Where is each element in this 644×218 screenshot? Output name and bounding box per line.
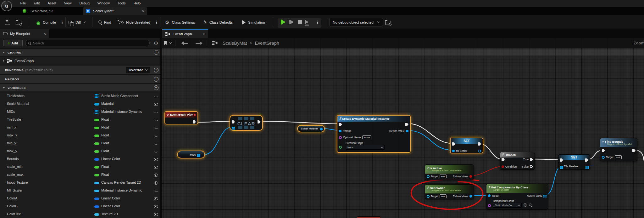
- delegate-pin[interactable]: [194, 114, 196, 116]
- add-graph-icon[interactable]: +: [154, 50, 158, 55]
- variable-row-scalermaterial[interactable]: ScalerMaterialMaterial: [0, 100, 161, 108]
- forward-arrow-icon[interactable]: [196, 43, 200, 44]
- target-pin[interactable]: Targetself: [427, 194, 447, 198]
- target-pin[interactable]: Targetself: [427, 175, 447, 178]
- return-value-pin[interactable]: Return Value: [453, 175, 472, 178]
- node-branch[interactable]: Branch True Condition False: [500, 152, 535, 170]
- eye-closed-icon[interactable]: [154, 151, 158, 152]
- component-class-dropdown[interactable]: Static Mesh Cor: [493, 203, 522, 208]
- output-pin[interactable]: [478, 149, 481, 153]
- eye-open-icon[interactable]: [154, 181, 158, 185]
- unreal-logo[interactable]: u: [1, 1, 12, 11]
- event-graph-editor[interactable]: EventGraph ✕ ScaleByMat > EventGraph: [161, 29, 644, 218]
- eye-closed-icon[interactable]: [154, 95, 158, 97]
- stop-button[interactable]: [298, 20, 302, 24]
- node-set-tile-meshes[interactable]: SET Tile Meshes: [558, 154, 590, 169]
- exec-in-pin[interactable]: [339, 123, 342, 126]
- variable-row-colortex[interactable]: ColorTexTexture 2D: [0, 210, 161, 218]
- node-get-mids[interactable]: MIDs: [177, 151, 205, 158]
- add-function-icon[interactable]: +: [154, 68, 158, 72]
- material-out-pin[interactable]: [320, 128, 323, 130]
- close-icon[interactable]: ✕: [43, 32, 46, 36]
- class-settings-button[interactable]: ⚙ Class Settings: [165, 15, 195, 29]
- creation-flags-pin[interactable]: [339, 145, 342, 149]
- variable-row-tilescale[interactable]: TileScaleFloat: [0, 116, 161, 124]
- variable-row-colorb[interactable]: ColorBLinear Color: [0, 203, 161, 210]
- hide-unrelated-button[interactable]: Hide Unrelated: [119, 15, 150, 29]
- close-icon[interactable]: ✕: [142, 9, 144, 13]
- section-graphs[interactable]: GRAPHS +: [0, 49, 161, 56]
- debug-object-dropdown[interactable]: No debug object selected: [329, 18, 383, 26]
- array-out-pin[interactable]: [586, 164, 588, 168]
- menu-asset[interactable]: Asset: [44, 0, 60, 7]
- true-pin[interactable]: True: [523, 158, 533, 161]
- optional-name-pin[interactable]: Optional NameNone: [339, 135, 371, 139]
- search-input[interactable]: Search: [25, 40, 150, 46]
- return-value-pin[interactable]: Return Value: [527, 194, 546, 198]
- use-selected-icon[interactable]: ⊙: [524, 203, 527, 207]
- node-event-begin-play[interactable]: Event Begin Play: [164, 111, 198, 124]
- menu-tools[interactable]: Tools: [114, 0, 130, 7]
- simulation-button[interactable]: Simulation: [242, 15, 265, 29]
- breadcrumb-root[interactable]: ScaleByMat: [223, 41, 247, 46]
- exec-in-pin[interactable]: [452, 142, 455, 146]
- variable-row-mids[interactable]: MIDsMaterial Instance Dynamic: [0, 108, 161, 116]
- menu-help[interactable]: Help: [130, 0, 145, 7]
- bookmark-icon[interactable]: [164, 41, 167, 45]
- eye-open-icon[interactable]: [154, 158, 158, 161]
- variable-row-tilemeshes[interactable]: TileMeshesStatic Mesh Component: [0, 92, 161, 100]
- eye-closed-icon[interactable]: [154, 111, 158, 113]
- eye-closed-icon[interactable]: [154, 135, 158, 137]
- menu-debug[interactable]: Debug: [75, 0, 93, 7]
- exec-out-pin[interactable]: [193, 120, 196, 124]
- variable-row-max_y[interactable]: max_yFloat: [0, 147, 161, 155]
- node-clear-array[interactable]: CLEAR: [230, 115, 263, 131]
- play-options-icon[interactable]: ⋮: [315, 15, 319, 29]
- creation-flags-dropdown[interactable]: None: [346, 145, 385, 150]
- menu-file[interactable]: File: [16, 0, 30, 7]
- section-macros[interactable]: MACROS +: [0, 75, 161, 83]
- eye-closed-icon[interactable]: [154, 190, 158, 192]
- eye-open-icon[interactable]: [154, 205, 158, 208]
- return-value-pin[interactable]: Return Value: [453, 194, 472, 198]
- hide-unrelated-options-icon[interactable]: ⋮: [154, 15, 158, 29]
- menu-window[interactable]: Window: [93, 0, 114, 7]
- false-pin[interactable]: False: [522, 165, 533, 169]
- compile-button[interactable]: ✓ Compile: [35, 15, 56, 29]
- optional-name-field[interactable]: None: [362, 135, 371, 139]
- eye-closed-icon[interactable]: [154, 143, 158, 145]
- eye-open-icon[interactable]: [154, 197, 158, 200]
- exec-out-pin[interactable]: [258, 120, 261, 124]
- exec-out-pin[interactable]: [405, 123, 408, 126]
- exec-in-pin[interactable]: [232, 120, 235, 124]
- tab-scalebymat[interactable]: C ScaleByMat* ✕: [83, 7, 147, 15]
- find-button[interactable]: Find: [98, 15, 111, 29]
- eye-open-icon[interactable]: [154, 166, 158, 169]
- variable-row-min_y[interactable]: min_yFloat: [0, 140, 161, 147]
- variable-row-bounds[interactable]: BoundsLinear Color: [0, 155, 161, 163]
- exec-out-pin[interactable]: [478, 142, 481, 146]
- breadcrumb-current[interactable]: EventGraph: [255, 41, 279, 46]
- play-button[interactable]: [281, 19, 286, 25]
- eye-open-icon[interactable]: [154, 213, 158, 216]
- variable-row-scale_min[interactable]: scale_minFloat: [0, 163, 161, 171]
- chevron-down-icon[interactable]: [169, 41, 172, 44]
- component-class-pin[interactable]: [488, 204, 491, 207]
- save-button[interactable]: [5, 15, 10, 29]
- eye-closed-icon[interactable]: [154, 119, 158, 121]
- exec-in-pin[interactable]: [602, 149, 605, 152]
- add-macro-icon[interactable]: +: [154, 77, 158, 82]
- add-button[interactable]: +Add: [3, 40, 23, 46]
- sidebar-item-eventgraph[interactable]: EventGraph: [0, 57, 161, 65]
- panel-splitter[interactable]: [160, 29, 162, 218]
- browse-icon[interactable]: [529, 204, 531, 206]
- node-get-scaler-material[interactable]: Scaler Material: [297, 125, 325, 132]
- condition-pin[interactable]: Condition: [502, 165, 517, 169]
- variable-row-mi_scaler[interactable]: MI_ScalerMaterial Instance Dynamic: [0, 187, 161, 195]
- target-field[interactable]: self: [615, 155, 622, 159]
- node-get-components-by-class[interactable]: f Get Components By Class Target is Acto…: [486, 184, 548, 209]
- node-event-tick-partial[interactable]: [357, 216, 381, 218]
- section-functions[interactable]: FUNCTIONS (2 OVERRIDABLE) Override +: [0, 66, 161, 74]
- skip-to-end-button[interactable]: [305, 20, 309, 26]
- settings-gear-icon[interactable]: ⚙: [154, 40, 158, 46]
